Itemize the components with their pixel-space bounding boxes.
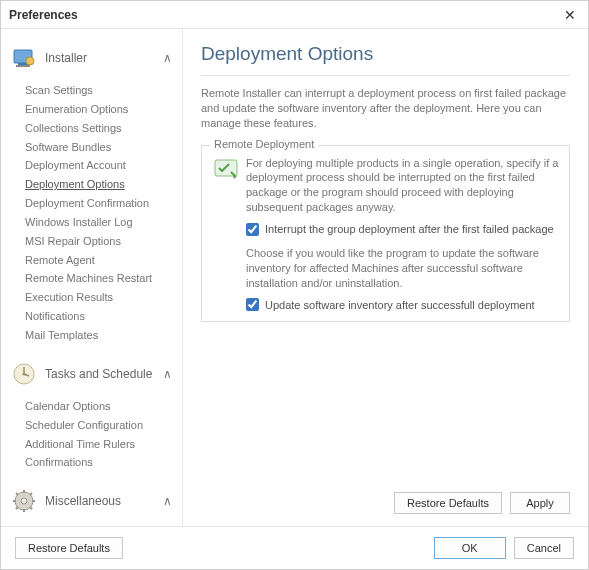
svg-line-17 bbox=[30, 493, 32, 495]
footer: Restore Defaults OK Cancel bbox=[1, 526, 588, 569]
apply-button[interactable]: Apply bbox=[510, 492, 570, 514]
sidebar-item-enumeration-options[interactable]: Enumeration Options bbox=[25, 100, 182, 119]
sidebar-item-deployment-account[interactable]: Deployment Account bbox=[25, 156, 182, 175]
fieldset-text: For deploying multiple products in a sin… bbox=[246, 156, 559, 215]
section-header-installer[interactable]: Installer∧ bbox=[7, 39, 182, 77]
svg-line-14 bbox=[16, 493, 18, 495]
interrupt-checkbox-label[interactable]: Interrupt the group deployment after the… bbox=[265, 223, 554, 235]
restore-defaults-footer-button[interactable]: Restore Defaults bbox=[15, 537, 123, 559]
section-header-miscellaneous[interactable]: Miscellaneous∧ bbox=[7, 482, 182, 520]
section-label: Installer bbox=[45, 51, 163, 65]
page-description: Remote Installer can interrupt a deploym… bbox=[201, 86, 570, 131]
sidebar-item-confirmations[interactable]: Confirmations bbox=[25, 453, 182, 472]
chevron-up-icon: ∧ bbox=[163, 494, 172, 508]
section-header-tasks-and-schedule[interactable]: Tasks and Schedule∧ bbox=[7, 355, 182, 393]
sidebar-item-calendar-options[interactable]: Calendar Options bbox=[25, 397, 182, 416]
sidebar-item-scheduler-configuration[interactable]: Scheduler Configuration bbox=[25, 416, 182, 435]
section-label: Miscellaneous bbox=[45, 494, 163, 508]
sidebar-item-remote-agent[interactable]: Remote Agent bbox=[25, 251, 182, 270]
gear-icon bbox=[9, 486, 39, 516]
sidebar-item-software-bundles[interactable]: Software Bundles bbox=[25, 138, 182, 157]
inventory-checkbox-label[interactable]: Update software inventory after successf… bbox=[265, 299, 535, 311]
sidebar-item-mail-templates[interactable]: Mail Templates bbox=[25, 326, 182, 345]
installer-icon bbox=[9, 43, 39, 73]
svg-point-9 bbox=[21, 498, 27, 504]
deployment-icon bbox=[212, 156, 240, 184]
sidebar-item-msi-repair-options[interactable]: MSI Repair Options bbox=[25, 232, 182, 251]
ok-button[interactable]: OK bbox=[434, 537, 506, 559]
sidebar-item-scan-settings[interactable]: Scan Settings bbox=[25, 81, 182, 100]
main-panel: Deployment Options Remote Installer can … bbox=[183, 29, 588, 526]
restore-defaults-panel-button[interactable]: Restore Defaults bbox=[394, 492, 502, 514]
page-title: Deployment Options bbox=[201, 43, 570, 65]
sidebar-item-additional-time-rulers[interactable]: Additional Time Rulers bbox=[25, 435, 182, 454]
sidebar-item-collections-settings[interactable]: Collections Settings bbox=[25, 119, 182, 138]
fieldset-legend: Remote Deployment bbox=[210, 138, 318, 150]
interrupt-checkbox[interactable] bbox=[246, 223, 259, 236]
chevron-up-icon: ∧ bbox=[163, 51, 172, 65]
sidebar: Installer∧Scan SettingsEnumeration Optio… bbox=[1, 29, 183, 526]
clock-icon bbox=[9, 359, 39, 389]
svg-rect-2 bbox=[16, 65, 30, 67]
body: Installer∧Scan SettingsEnumeration Optio… bbox=[1, 29, 588, 526]
remote-deployment-fieldset: Remote Deployment For deploying multiple… bbox=[201, 145, 570, 323]
divider bbox=[201, 75, 570, 76]
svg-line-15 bbox=[30, 507, 32, 509]
chevron-up-icon: ∧ bbox=[163, 367, 172, 381]
sidebar-item-remote-machines-restart[interactable]: Remote Machines Restart bbox=[25, 269, 182, 288]
section-label: Tasks and Schedule bbox=[45, 367, 163, 381]
close-icon[interactable]: ✕ bbox=[560, 7, 580, 23]
section-items-tasks-and-schedule: Calendar OptionsScheduler ConfigurationA… bbox=[7, 393, 182, 482]
svg-line-16 bbox=[16, 507, 18, 509]
preferences-window: Preferences ✕ Installer∧Scan SettingsEnu… bbox=[0, 0, 589, 570]
inventory-checkbox[interactable] bbox=[246, 298, 259, 311]
titlebar: Preferences ✕ bbox=[1, 1, 588, 29]
sidebar-item-deployment-confirmation[interactable]: Deployment Confirmation bbox=[25, 194, 182, 213]
sidebar-item-deployment-options[interactable]: Deployment Options bbox=[25, 175, 182, 194]
sidebar-item-notifications[interactable]: Notifications bbox=[25, 307, 182, 326]
svg-point-3 bbox=[26, 57, 34, 65]
inventory-description: Choose if you would like the program to … bbox=[212, 246, 559, 291]
section-items-installer: Scan SettingsEnumeration OptionsCollecti… bbox=[7, 77, 182, 355]
cancel-button[interactable]: Cancel bbox=[514, 537, 574, 559]
sidebar-item-execution-results[interactable]: Execution Results bbox=[25, 288, 182, 307]
sidebar-item-windows-installer-log[interactable]: Windows Installer Log bbox=[25, 213, 182, 232]
window-title: Preferences bbox=[9, 8, 78, 22]
